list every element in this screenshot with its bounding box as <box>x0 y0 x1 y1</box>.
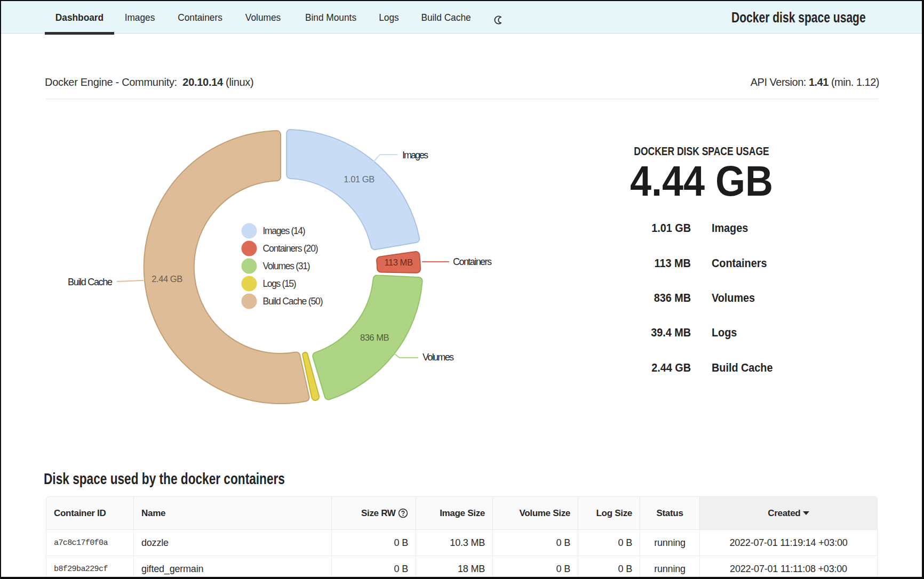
svg-text:Volumes (31): Volumes (31) <box>263 261 310 271</box>
svg-text:Build Cache (50): Build Cache (50) <box>263 296 323 307</box>
svg-text:836 MB: 836 MB <box>360 333 389 342</box>
svg-text:Images: Images <box>402 150 428 160</box>
svg-text:Build Cache: Build Cache <box>68 277 113 287</box>
svg-text:113 MB: 113 MB <box>385 258 413 267</box>
svg-text:Images (14): Images (14) <box>263 226 306 236</box>
svg-text:Containers: Containers <box>453 256 492 267</box>
svg-text:2.44 GB: 2.44 GB <box>152 274 182 284</box>
svg-text:1.01 GB: 1.01 GB <box>344 174 375 184</box>
svg-text:Logs (15): Logs (15) <box>263 278 297 289</box>
svg-text:Volumes: Volumes <box>423 352 454 363</box>
svg-text:Containers (20): Containers (20) <box>263 243 318 254</box>
